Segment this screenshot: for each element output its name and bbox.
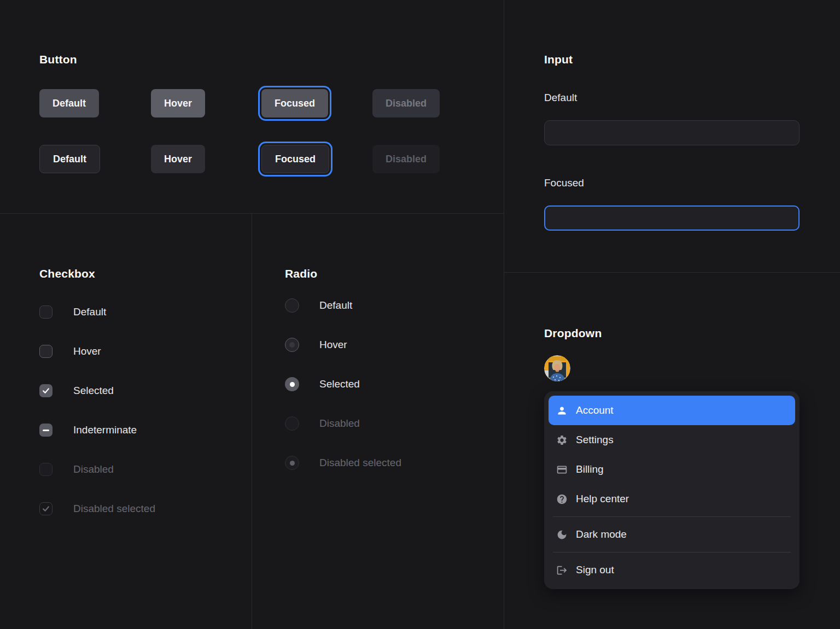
checkbox-row-indeterminate: Indeterminate bbox=[39, 424, 137, 437]
checkbox-label: Hover bbox=[73, 345, 101, 357]
checkbox-indeterminate[interactable] bbox=[39, 424, 52, 437]
checkbox-label: Disabled bbox=[73, 463, 114, 475]
radio-disabled bbox=[285, 416, 299, 431]
button-tertiary-default[interactable]: Default bbox=[39, 145, 100, 173]
button-tertiary-disabled: Disabled bbox=[372, 145, 440, 173]
menu-item-label: Account bbox=[576, 404, 614, 416]
menu-divider bbox=[553, 552, 791, 552]
user-icon bbox=[556, 404, 568, 416]
moon-icon bbox=[556, 528, 568, 540]
menu-item-label: Dark mode bbox=[576, 528, 627, 540]
input-section-title: Input bbox=[544, 53, 573, 66]
checkbox-selected[interactable] bbox=[39, 384, 52, 397]
check-icon bbox=[42, 386, 50, 395]
user-avatar[interactable] bbox=[544, 355, 570, 381]
checkbox-row-selected: Selected bbox=[39, 384, 114, 397]
radio-label: Selected bbox=[319, 378, 360, 390]
checkbox-label: Default bbox=[73, 306, 106, 318]
checkbox-disabled bbox=[39, 463, 52, 476]
radio-label: Disabled selected bbox=[319, 457, 401, 469]
input-focused-label: Focused bbox=[544, 177, 584, 189]
radio-row-default: Default bbox=[285, 298, 352, 313]
radio-row-disabled-selected: Disabled selected bbox=[285, 456, 401, 470]
button-section-title: Button bbox=[39, 53, 77, 66]
sign-out-icon bbox=[556, 564, 568, 576]
checkbox-row-hover: Hover bbox=[39, 345, 101, 358]
divider-horizontal-right bbox=[504, 272, 840, 273]
radio-label: Hover bbox=[319, 339, 347, 351]
radio-dot bbox=[290, 461, 295, 466]
checkbox-label: Indeterminate bbox=[73, 424, 137, 436]
avatar-photo bbox=[544, 355, 570, 381]
button-tertiary-focused[interactable]: Focused bbox=[261, 145, 329, 173]
divider-vertical-bottom bbox=[252, 213, 252, 629]
menu-item-dark-mode[interactable]: Dark mode bbox=[549, 520, 795, 549]
radio-section-title: Radio bbox=[285, 267, 317, 280]
radio-row-hover: Hover bbox=[285, 338, 347, 352]
gear-icon bbox=[556, 434, 568, 446]
radio-disabled-selected bbox=[285, 456, 299, 470]
menu-item-label: Sign out bbox=[576, 564, 614, 576]
button-hover[interactable]: Hover bbox=[151, 89, 205, 117]
menu-item-settings[interactable]: Settings bbox=[549, 425, 795, 455]
checkbox-default[interactable] bbox=[39, 305, 52, 319]
help-circle-icon bbox=[556, 493, 568, 505]
menu-item-sign-out[interactable]: Sign out bbox=[549, 555, 795, 585]
button-disabled: Disabled bbox=[372, 89, 440, 117]
menu-item-account[interactable]: Account bbox=[549, 396, 795, 425]
input-default-label: Default bbox=[544, 92, 577, 104]
indeterminate-dash-icon bbox=[43, 430, 49, 431]
checkbox-hover[interactable] bbox=[39, 345, 52, 358]
menu-item-label: Help center bbox=[576, 493, 629, 505]
input-default-field[interactable] bbox=[544, 120, 800, 145]
radio-dot bbox=[289, 342, 295, 348]
divider-vertical-main bbox=[504, 0, 504, 629]
radio-label: Disabled bbox=[319, 418, 360, 430]
checkbox-disabled-selected bbox=[39, 502, 52, 515]
menu-item-label: Settings bbox=[576, 434, 614, 446]
dropdown-menu: Account Settings Billing Help center Da bbox=[544, 391, 800, 589]
radio-selected[interactable] bbox=[285, 377, 299, 391]
menu-divider bbox=[553, 516, 791, 517]
button-focused[interactable]: Focused bbox=[261, 89, 328, 117]
component-showcase: Button Default Hover Focused Disabled De… bbox=[0, 0, 840, 629]
button-tertiary-hover[interactable]: Hover bbox=[151, 145, 205, 173]
checkbox-row-disabled: Disabled bbox=[39, 463, 114, 476]
radio-default[interactable] bbox=[285, 298, 299, 313]
checkbox-section-title: Checkbox bbox=[39, 267, 95, 280]
radio-dot bbox=[290, 382, 295, 387]
credit-card-icon bbox=[556, 463, 568, 475]
dropdown-section-title: Dropdown bbox=[544, 327, 602, 340]
radio-hover[interactable] bbox=[285, 338, 299, 352]
menu-item-billing[interactable]: Billing bbox=[549, 455, 795, 484]
button-default[interactable]: Default bbox=[39, 89, 99, 117]
menu-item-label: Billing bbox=[576, 463, 604, 475]
checkbox-label: Disabled selected bbox=[73, 503, 155, 515]
checkbox-label: Selected bbox=[73, 385, 114, 397]
radio-label: Default bbox=[319, 299, 352, 311]
input-focused-field[interactable] bbox=[544, 205, 800, 231]
radio-row-selected: Selected bbox=[285, 377, 360, 391]
check-icon bbox=[42, 504, 50, 513]
radio-row-disabled: Disabled bbox=[285, 416, 360, 431]
checkbox-row-disabled-selected: Disabled selected bbox=[39, 502, 155, 515]
checkbox-row-default: Default bbox=[39, 305, 106, 319]
menu-item-help-center[interactable]: Help center bbox=[549, 484, 795, 514]
